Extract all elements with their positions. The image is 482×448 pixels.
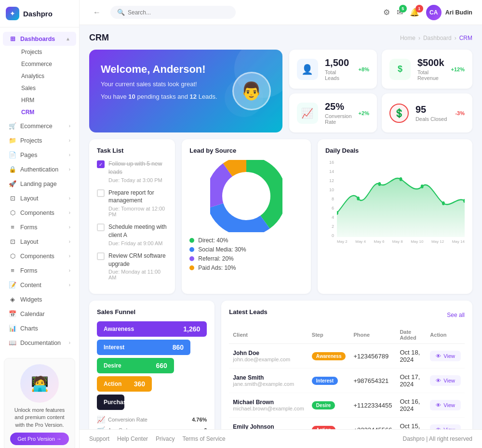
search-icon: 🔍: [117, 9, 125, 16]
messages-badge: 5: [399, 5, 407, 13]
sidebar-item-documentation[interactable]: 📖 Documentation ›: [3, 336, 76, 350]
footer-terms[interactable]: Terms of Service: [182, 435, 225, 442]
see-all-button[interactable]: See all: [447, 312, 465, 318]
sidebar-item-projects-sub[interactable]: Projects: [16, 46, 76, 58]
chevron-icon: ›: [69, 340, 70, 345]
sidebar-item-components2[interactable]: ⬡ Components ›: [3, 249, 76, 263]
nav-section-dashboards: ⊞ Dashboards ▲ Projects Ecommerce Analyt…: [0, 32, 79, 118]
footer-links: Support Help Center Privacy Terms of Ser…: [89, 435, 226, 442]
sidebar-item-forms2[interactable]: ≡ Forms ›: [3, 264, 76, 277]
sidebar-item-analytics-sub[interactable]: Analytics: [16, 70, 76, 82]
funnel-label-desire: Desire: [104, 362, 121, 369]
task-checkbox-3[interactable]: [97, 224, 105, 231]
funnel-label-awareness: Awareness: [104, 326, 134, 332]
sidebar-item-forms[interactable]: ≡ Forms ›: [3, 220, 76, 234]
breadcrumb-sep1: ›: [418, 35, 420, 41]
settings-button[interactable]: ⚙: [383, 8, 390, 17]
legend-dot-direct: [189, 238, 194, 243]
sidebar-item-sales-sub[interactable]: Sales: [16, 82, 76, 94]
sidebar-item-ecommerce-sub[interactable]: Ecommerce: [16, 58, 76, 70]
task-checkbox-1[interactable]: ✓: [97, 160, 105, 168]
svg-point-11: [442, 201, 445, 205]
revenue-change: +12%: [451, 66, 465, 72]
funnel-metric-conversion: 📈 Conversion Rate 4.76%: [97, 416, 207, 423]
sales-funnel-card: Sales Funnel Awareness 1,260 Interest 86…: [89, 301, 214, 429]
widgets-icon: ◈: [9, 296, 16, 303]
funnel-bar-awareness: Awareness 1,260: [97, 321, 207, 337]
legend-dot-referral: [189, 256, 194, 261]
sidebar-item-components[interactable]: ⬡ Components ›: [3, 206, 76, 220]
stat-total-leads: 👤 1,500 Total Leads +8%: [289, 50, 377, 89]
sidebar-item-widgets[interactable]: ◈ Widgets: [3, 292, 76, 306]
legend-dot-social: [189, 247, 194, 252]
task-checkbox-2[interactable]: [97, 189, 105, 197]
stat-conversion: 📈 25% Conversion Rate +2%: [289, 93, 377, 132]
topbar: ← 🔍 ⚙ ✉ 5 🔔 1 CA Ari Budin: [80, 0, 482, 25]
sales-funnel-title: Sales Funnel: [97, 308, 207, 316]
dashboards-label: Dashboards: [20, 36, 55, 42]
chevron-icon: ›: [69, 253, 70, 259]
leads-icon: 👤: [297, 59, 318, 80]
footer-privacy[interactable]: Privacy: [156, 435, 174, 442]
legend-social: Social Media: 30%: [189, 246, 303, 253]
daily-deals-title: Daily Deals: [325, 147, 465, 154]
layout-icon: ⊡: [9, 195, 16, 202]
search-box[interactable]: 🔍: [110, 6, 236, 19]
view-button-1[interactable]: 👁 View: [430, 351, 461, 361]
sidebar-item-hrm-sub[interactable]: HRM: [16, 94, 76, 106]
footer-support[interactable]: Support: [89, 435, 109, 442]
back-button[interactable]: ←: [89, 6, 105, 19]
task-item-4: Review CRM software upgrade Due: Monday …: [97, 252, 167, 281]
sidebar-item-layout[interactable]: ⊡ Layout ›: [3, 191, 76, 205]
leads-table: Client Step Phone Date Added Action John…: [229, 326, 465, 429]
alerts-button[interactable]: 🔔 1: [410, 8, 419, 17]
messages-button[interactable]: ✉ 5: [397, 8, 403, 17]
logo-area[interactable]: ✦ Dashpro: [0, 0, 79, 27]
funnel-value-purchase: 60: [130, 398, 137, 406]
logo-text: Dashpro: [23, 10, 53, 18]
funnel-bar-desire: Desire 660: [97, 358, 174, 373]
conversion-label: Conversion Rate: [325, 113, 352, 125]
chevron-icon: ›: [69, 239, 70, 244]
get-pro-button[interactable]: Get Pro Version →: [10, 433, 69, 445]
step-badge-2: Interest: [312, 377, 338, 385]
forms2-icon: ≡: [9, 267, 16, 274]
dashboards-sub: Projects Ecommerce Analytics Sales HRM C…: [0, 46, 79, 118]
view-button-4[interactable]: 👁 View: [430, 424, 461, 429]
lead-name-4: Emily Johnson: [233, 423, 304, 429]
sidebar-item-landing[interactable]: 🚀 Landing page: [3, 177, 76, 191]
revenue-icon: $: [389, 59, 411, 80]
chevron-up-icon: ▲: [66, 36, 70, 41]
page-title: CRM: [89, 33, 109, 43]
sidebar-item-content[interactable]: 📝 Content ›: [3, 278, 76, 292]
svg-point-10: [421, 184, 424, 188]
sidebar-item-charts[interactable]: 📊 Charts: [3, 321, 76, 335]
col-step: Step: [308, 326, 350, 344]
sidebar-item-layout2[interactable]: ⊡ Layout ›: [3, 235, 76, 249]
sidebar-item-crm-sub[interactable]: CRM: [16, 106, 76, 118]
legend-label-direct: Direct: 40%: [198, 237, 228, 244]
auth-label: Authentication: [20, 166, 58, 173]
view-button-3[interactable]: 👁 View: [430, 400, 461, 410]
footer-help[interactable]: Help Center: [117, 435, 148, 442]
sidebar-item-dashboards[interactable]: ⊞ Dashboards ▲: [3, 32, 76, 46]
legend-label-social: Social Media: 30%: [198, 246, 246, 253]
sidebar-item-ecommerce[interactable]: 🛒 Ecommerce ›: [3, 119, 76, 133]
lead-email-2: jane.smith@example.com: [233, 381, 304, 387]
conversion-change: +2%: [359, 110, 369, 116]
view-button-2[interactable]: 👁 View: [430, 375, 461, 386]
sidebar-item-projects[interactable]: 📁 Projects ›: [3, 133, 76, 147]
sidebar-nav: ⊞ Dashboards ▲ Projects Ecommerce Analyt…: [0, 27, 79, 354]
user-menu[interactable]: CA Ari Budin: [426, 5, 472, 20]
sidebar-item-pages[interactable]: 📄 Pages ›: [3, 148, 76, 162]
table-row: Michael Brownmichael.brown@example.com D…: [229, 393, 465, 418]
leads-header: Latest Leads See all: [229, 308, 465, 321]
pages-icon: 📄: [9, 151, 16, 158]
step-badge-4: Action: [312, 426, 335, 429]
sidebar-item-calendar[interactable]: 📅 Calendar: [3, 307, 76, 321]
task-checkbox-4[interactable]: [97, 252, 105, 260]
lead-source-card: Lead by Source Direct: 40%: [182, 139, 311, 294]
search-input[interactable]: [128, 9, 229, 16]
sidebar-item-authentication[interactable]: 🔒 Authentication ›: [3, 162, 76, 176]
chevron-icon: ›: [69, 210, 70, 215]
